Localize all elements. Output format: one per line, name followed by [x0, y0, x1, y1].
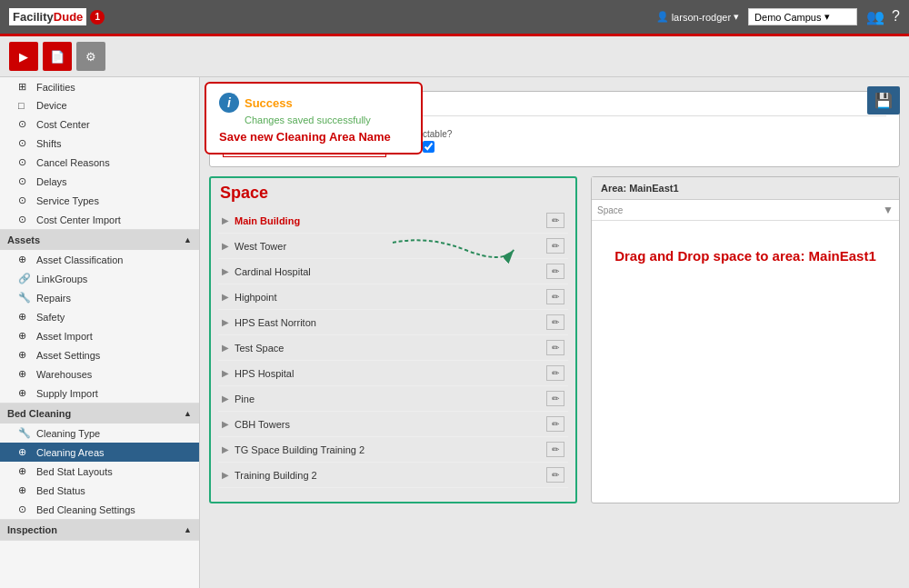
service-types-icon: ⊙ — [18, 194, 31, 206]
list-item[interactable]: ▶ HPS East Norriton ✏ — [218, 310, 568, 335]
space-item-name: Pine — [235, 394, 546, 404]
space-col-label: Space — [597, 205, 623, 215]
edit-button[interactable]: ✏ — [546, 416, 564, 432]
list-item[interactable]: ▶ Main Building ✏ — [218, 208, 568, 234]
edit-button[interactable]: ✏ — [546, 442, 564, 457]
list-item[interactable]: ▶ West Tower ✏ — [218, 234, 568, 259]
username: larson-rodger — [672, 12, 731, 23]
list-item[interactable]: ▶ Test Space ✏ — [218, 335, 568, 361]
list-item[interactable]: ▶ HPS Hospital ✏ — [218, 361, 568, 386]
sidebar-item-safety[interactable]: ⊕Safety — [0, 307, 199, 326]
list-item[interactable]: ▶ TG Space Building Training 2 ✏ — [218, 437, 568, 463]
space-item-name: TG Space Building Training 2 — [235, 444, 546, 455]
bed-cleaning-label: Bed Cleaning — [7, 408, 71, 419]
edit-button[interactable]: ✏ — [546, 264, 564, 279]
sidebar-item-bed-status[interactable]: ⊕Bed Status — [0, 481, 199, 500]
space-item-name: West Tower — [235, 241, 546, 252]
expand-arrow-icon: ▶ — [222, 241, 229, 251]
expand-arrow-icon: ▶ — [222, 292, 229, 302]
play-button[interactable]: ▶ — [9, 42, 38, 71]
shifts-icon: ⊙ — [18, 137, 31, 149]
space-item-name: Cardinal Hospital — [235, 266, 546, 277]
supply-import-icon: ⊕ — [18, 387, 31, 399]
app-logo: FacilityDude 1 — [9, 8, 105, 25]
assets-section-header[interactable]: Assets ▲ — [0, 230, 199, 250]
asset-classification-icon: ⊕ — [18, 254, 31, 265]
group-icon[interactable]: 👥 — [866, 8, 884, 25]
sidebar-item-cost-center-import[interactable]: ⊙Cost Center Import — [0, 210, 199, 229]
expand-arrow-icon: ▶ — [222, 368, 229, 378]
list-item[interactable]: ▶ Pine ✏ — [218, 386, 568, 412]
facilities-section: ⊞Facilities □Device ⊙Cost Center ⊙Shifts… — [0, 77, 199, 230]
sidebar-item-asset-settings[interactable]: ⊕Asset Settings — [0, 345, 199, 364]
sidebar-item-bed-stat-layouts[interactable]: ⊕Bed Stat Layouts — [0, 462, 199, 481]
list-item[interactable]: ▶ Cardinal Hospital ✏ — [218, 259, 568, 284]
asset-import-icon: ⊕ — [18, 330, 31, 342]
main-layout: ⊞Facilities □Device ⊙Cost Center ⊙Shifts… — [0, 77, 909, 588]
space-item-name: Main Building — [235, 215, 546, 226]
save-button-top[interactable]: 💾 — [867, 86, 900, 115]
sidebar-item-service-types[interactable]: ⊙Service Types — [0, 191, 199, 210]
success-message: Changes saved successfully — [245, 115, 408, 125]
sidebar-item-device[interactable]: □Device — [0, 96, 199, 115]
sidebar-item-cleaning-type[interactable]: 🔧Cleaning Type — [0, 424, 199, 443]
assets-collapse-icon: ▲ — [184, 235, 192, 244]
space-item-name: CBH Towers — [235, 419, 546, 430]
list-item[interactable]: ▶ Training Building 2 ✏ — [218, 463, 568, 488]
bed-cleaning-section-header[interactable]: Bed Cleaning ▲ — [0, 404, 199, 424]
bed-stat-layouts-icon: ⊕ — [18, 465, 31, 477]
settings-button[interactable]: ⚙ — [76, 42, 105, 71]
area-panel-title: Area: MainEast1 — [601, 183, 679, 194]
edit-button[interactable]: ✏ — [546, 213, 564, 228]
list-item[interactable]: ▶ Highpoint ✏ — [218, 284, 568, 310]
space-item-name: HPS East Norriton — [235, 317, 546, 328]
help-icon[interactable]: ? — [892, 8, 900, 25]
sidebar-item-asset-classification[interactable]: ⊕Asset Classification — [0, 250, 199, 269]
bed-cleaning-collapse-icon: ▲ — [184, 409, 192, 418]
sidebar-item-facilities[interactable]: ⊞Facilities — [0, 77, 199, 96]
inspection-section-header[interactable]: Inspection ▲ — [0, 520, 199, 540]
edit-button[interactable]: ✏ — [546, 238, 564, 254]
asset-settings-icon: ⊕ — [18, 349, 31, 361]
space-list: ▶ Main Building ✏ ▶ West Tower ✏ ▶ Cardi… — [211, 208, 575, 495]
device-icon: □ — [18, 100, 31, 111]
sidebar-item-shifts[interactable]: ⊙Shifts — [0, 134, 199, 153]
selectable-checkbox[interactable] — [423, 141, 435, 153]
sidebar-item-linkgroups[interactable]: 🔗LinkGroups — [0, 269, 199, 288]
notification-badge: 1 — [90, 10, 105, 25]
sidebar-item-asset-import[interactable]: ⊕Asset Import — [0, 326, 199, 345]
content-area: i Success Changes saved successfully Sav… — [200, 77, 909, 588]
space-column-header: Space ▼ — [592, 200, 899, 221]
space-item-name: Highpoint — [235, 292, 546, 303]
edit-button[interactable]: ✏ — [546, 391, 564, 406]
edit-button[interactable]: ✏ — [546, 314, 564, 330]
sidebar-item-cancel-reasons[interactable]: ⊙Cancel Reasons — [0, 153, 199, 172]
edit-button[interactable]: ✏ — [546, 467, 564, 483]
edit-button[interactable]: ✏ — [546, 365, 564, 381]
campus-selector[interactable]: Demo Campus ▾ — [748, 8, 857, 25]
expand-arrow-icon: ▶ — [222, 266, 229, 276]
sidebar-item-repairs[interactable]: 🔧Repairs — [0, 288, 199, 307]
sidebar-item-delays[interactable]: ⊙Delays — [0, 172, 199, 191]
bed-cleaning-section: Bed Cleaning ▲ 🔧Cleaning Type ⊕Cleaning … — [0, 404, 199, 520]
user-menu[interactable]: 👤 larson-rodger ▾ — [656, 11, 739, 23]
filter-icon[interactable]: ▼ — [883, 204, 894, 216]
cancel-reasons-icon: ⊙ — [18, 156, 31, 168]
sidebar-item-supply-import[interactable]: ⊕Supply Import — [0, 384, 199, 403]
header-right: 👤 larson-rodger ▾ Demo Campus ▾ 👥 ? — [656, 8, 900, 25]
success-action-label: Save new Cleaning Area Name — [219, 130, 408, 144]
cost-center-icon: ⊙ — [18, 118, 31, 130]
sidebar-item-warehouses[interactable]: ⊕Warehouses — [0, 364, 199, 384]
list-item[interactable]: ▶ CBH Towers ✏ — [218, 412, 568, 437]
document-button[interactable]: 📄 — [43, 42, 72, 71]
header-action-icons: 👥 ? — [866, 8, 900, 25]
sidebar-item-bed-cleaning-settings[interactable]: ⊙Bed Cleaning Settings — [0, 500, 199, 519]
edit-button[interactable]: ✏ — [546, 289, 564, 304]
sidebar-item-cleaning-areas[interactable]: ⊕Cleaning Areas — [0, 443, 199, 462]
safety-icon: ⊕ — [18, 311, 31, 323]
panels-area: Space ▶ Main Building ✏ ▶ West Tower ✏ — [209, 176, 900, 503]
expand-arrow-icon: ▶ — [222, 444, 229, 454]
edit-button[interactable]: ✏ — [546, 340, 564, 355]
sidebar-item-cost-center[interactable]: ⊙Cost Center — [0, 115, 199, 134]
expand-arrow-icon: ▶ — [222, 394, 229, 404]
